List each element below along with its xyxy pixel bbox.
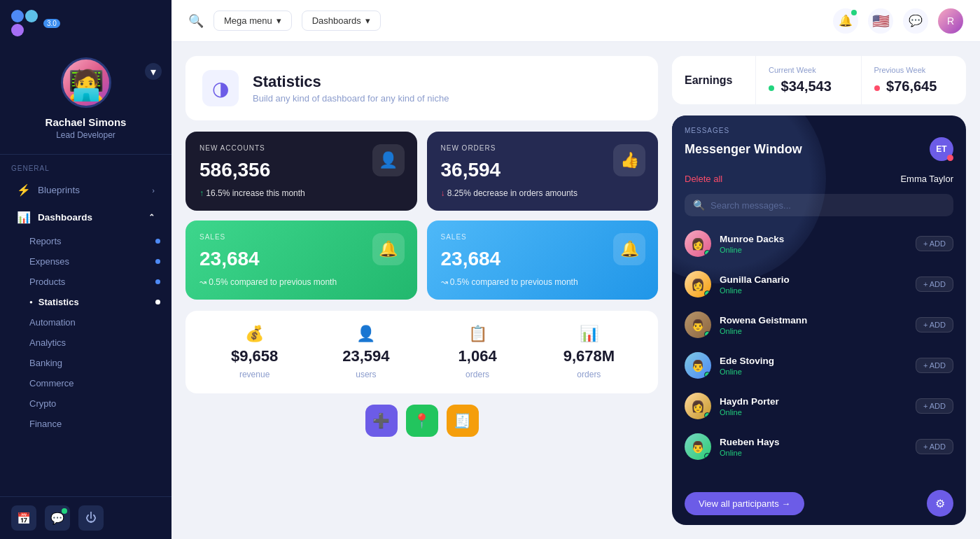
- add-contact-button[interactable]: + ADD: [916, 398, 953, 414]
- profile-chevron[interactable]: ▾: [145, 63, 162, 80]
- automation-label: Automation: [29, 317, 76, 328]
- users-value: 23,594: [342, 347, 389, 365]
- receipt-action-btn[interactable]: 🧾: [447, 405, 479, 437]
- list-item[interactable]: 👩 Gunilla Canario Online + ADD: [672, 264, 966, 304]
- new-accounts-card: 👤 NEW ACCOUNTS 586,356 ↑ 16.5% increase …: [186, 132, 417, 211]
- avatar: 👨: [685, 312, 711, 338]
- location-action-btn[interactable]: 📍: [406, 405, 438, 437]
- revenue-value: $9,658: [231, 347, 278, 365]
- contact-status: Online: [720, 368, 907, 376]
- summary-row: 💰 $9,658 revenue 👤 23,594 users 📋 1,064 …: [186, 311, 658, 393]
- power-btn[interactable]: ⏻: [78, 505, 104, 531]
- sidebar-item-reports[interactable]: Reports: [0, 231, 172, 251]
- stats-subtitle: Build any kind of dashboard for any kind…: [253, 93, 449, 104]
- contact-status: Online: [720, 408, 907, 416]
- online-dot: [704, 412, 710, 419]
- sidebar-item-crypto[interactable]: Crypto: [0, 393, 172, 414]
- summary-orders: 📋 1,064 orders: [426, 325, 530, 379]
- notifications-button[interactable]: 🔔: [833, 8, 858, 34]
- sidebar: 3.0 ▾ 🧑‍💻 Rachael Simons Lead Developer …: [0, 0, 172, 539]
- contact-status: Online: [720, 327, 907, 335]
- products-dot: [155, 279, 160, 284]
- view-all-button[interactable]: View all participants →: [685, 492, 804, 515]
- version-badge: 3.0: [43, 19, 60, 28]
- messenger-footer: View all participants → ⚙: [672, 482, 966, 525]
- add-contact-button[interactable]: + ADD: [916, 358, 953, 373]
- settings-button[interactable]: ⚙: [927, 490, 953, 517]
- online-dot: [704, 290, 710, 297]
- reports-label: Reports: [29, 236, 62, 246]
- revenue-icon: 💰: [245, 325, 264, 343]
- search-icon[interactable]: 🔍: [188, 13, 204, 29]
- online-dot: [704, 453, 710, 459]
- add-action-btn[interactable]: ➕: [365, 405, 398, 437]
- previous-week-dot: [874, 85, 880, 91]
- user-avatar-topbar[interactable]: R: [938, 8, 963, 34]
- add-contact-button[interactable]: + ADD: [916, 317, 953, 332]
- blueprints-chevron: ›: [152, 186, 155, 195]
- sidebar-item-automation[interactable]: Automation: [0, 312, 172, 332]
- contact-list: 👩 Munroe Dacks Online + ADD 👩: [672, 223, 966, 482]
- orders-label: orders: [465, 370, 489, 379]
- profile-name: Rachael Simons: [46, 116, 127, 128]
- list-item[interactable]: 👨 Ede Stoving Online + ADD: [672, 345, 966, 386]
- add-contact-button[interactable]: + ADD: [916, 439, 953, 454]
- add-contact-button[interactable]: + ADD: [916, 276, 953, 292]
- list-item[interactable]: 👩 Munroe Dacks Online + ADD: [672, 223, 966, 264]
- b-orders-icon: 📊: [580, 325, 598, 343]
- mega-menu-button[interactable]: Mega menu ▾: [214, 10, 292, 31]
- sidebar-item-statistics[interactable]: ● Statistics: [0, 292, 172, 312]
- sidebar-item-products[interactable]: Products: [0, 272, 172, 292]
- topbar: 🔍 Mega menu ▾ Dashboards ▾ 🔔 🇺🇸 💬 R: [172, 0, 980, 42]
- contact-name: Rowena Geistmann: [720, 315, 907, 326]
- chat-notification-dot: [62, 508, 67, 514]
- list-item[interactable]: 👨 Rowena Geistmann Online + ADD: [672, 304, 966, 345]
- messenger-badge: MESSAGES: [685, 127, 953, 134]
- flag-button[interactable]: 🇺🇸: [868, 8, 893, 34]
- contact-name: Munroe Dacks: [720, 234, 907, 244]
- et-avatar[interactable]: ET: [930, 137, 953, 161]
- revenue-label: revenue: [239, 370, 270, 379]
- new-orders-card: 👍 NEW ORDERS 36,594 ↓ 8.25% decrease in …: [427, 132, 659, 211]
- messages-button[interactable]: 💬: [903, 8, 928, 34]
- calendar-btn[interactable]: 📅: [11, 505, 36, 531]
- delete-all-button[interactable]: Delete all: [685, 174, 722, 184]
- messenger-section: MESSAGES Messenger Window ET Delete all …: [672, 115, 966, 525]
- messenger-header: MESSAGES Messenger Window ET: [672, 115, 966, 168]
- contact-info: Haydn Porter Online: [720, 396, 907, 416]
- sidebar-bottom: 📅 💬 ⏻: [0, 496, 172, 539]
- sidebar-item-commerce[interactable]: Commerce: [0, 373, 172, 393]
- dashboards-button[interactable]: Dashboards ▾: [302, 10, 381, 31]
- messenger-title: Messenger Window: [685, 142, 802, 157]
- b-orders-label: orders: [577, 370, 601, 379]
- earnings-current-week: Current Week $34,543: [756, 56, 862, 104]
- flag-icon: 🇺🇸: [872, 13, 890, 29]
- chat-btn[interactable]: 💬: [45, 505, 70, 531]
- search-input[interactable]: [710, 200, 945, 211]
- earnings-previous-week: Previous Week $76,645: [862, 56, 967, 104]
- new-orders-change: ↓ 8.25% decrease in orders amounts: [441, 188, 645, 198]
- contact-status: Online: [720, 246, 907, 254]
- list-item[interactable]: 👨 Rueben Hays Online + ADD: [672, 426, 966, 467]
- avatar: 👨: [685, 352, 711, 379]
- list-item[interactable]: 👩 Haydn Porter Online + ADD: [672, 386, 966, 426]
- summary-revenue: 💰 $9,658 revenue: [202, 325, 307, 379]
- sidebar-item-banking[interactable]: Banking: [0, 353, 172, 373]
- finance-label: Finance: [29, 419, 62, 429]
- logo-icon: [11, 10, 38, 36]
- section-label: GENERAL: [0, 155, 172, 176]
- add-contact-button[interactable]: + ADD: [916, 236, 953, 251]
- contact-info: Rowena Geistmann Online: [720, 315, 907, 335]
- expenses-dot: [155, 259, 160, 264]
- sidebar-item-dashboards[interactable]: 📊 Dashboards ⌃: [6, 204, 166, 230]
- user-profile: ▾ 🧑‍💻 Rachael Simons Lead Developer: [0, 43, 172, 155]
- contact-name: Rueben Hays: [720, 437, 907, 447]
- action-buttons: ➕ 📍 🧾: [186, 405, 658, 437]
- sidebar-item-expenses[interactable]: Expenses: [0, 251, 172, 272]
- sidebar-item-blueprints[interactable]: ⚡ Blueprints ›: [6, 177, 166, 203]
- sidebar-item-analytics[interactable]: Analytics: [0, 332, 172, 353]
- users-label: users: [356, 370, 376, 379]
- mega-menu-chevron: ▾: [276, 15, 281, 26]
- sidebar-item-finance[interactable]: Finance: [0, 414, 172, 434]
- settings-icon: ⚙: [935, 497, 945, 510]
